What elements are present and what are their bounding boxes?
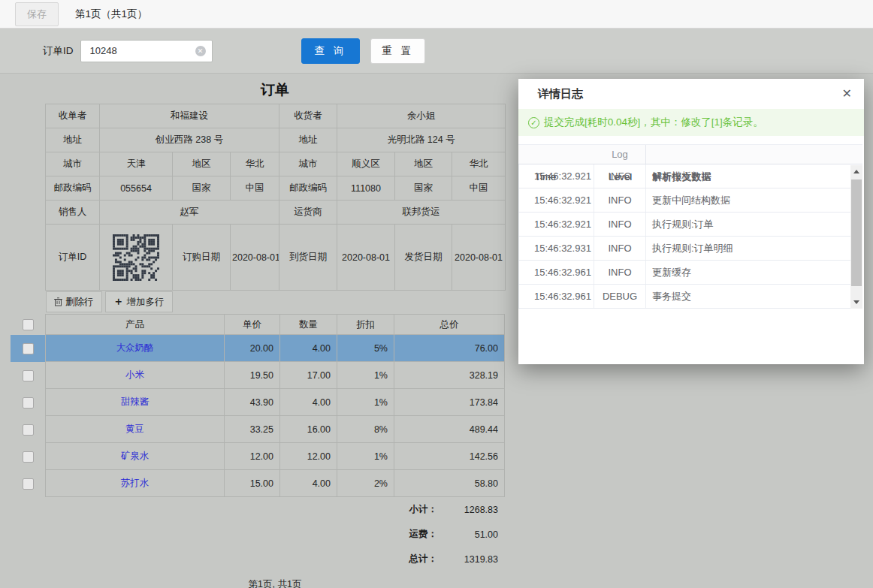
total-cell: 328.19 (394, 362, 505, 389)
field-value: 中国 (231, 176, 279, 201)
log-message: 执行规则:订单明细 (646, 237, 850, 260)
field-label: 运货商 (279, 201, 337, 225)
field-value: 华北 (231, 152, 279, 176)
field-value: 中国 (452, 176, 506, 201)
product-link[interactable]: 矿泉水 (121, 450, 150, 463)
product-link[interactable]: 甜辣酱 (121, 396, 150, 409)
col-header-total: 总价 (394, 314, 505, 335)
order-info-table: 收单者 和福建设 收货者 余小姐 地址 创业西路 238 号 地址 光明北路 1… (45, 104, 506, 291)
log-level: INFO Level (594, 164, 646, 188)
info-row-orderid-dates: 订单ID 订购日期 2020-08-01 到货日期 2020-08-01 发货日… (46, 225, 506, 291)
add-rows-label: 增加多行 (127, 296, 165, 309)
field-label: 国家 (395, 176, 452, 201)
field-value: 余小姐 (337, 104, 506, 128)
field-label: 邮政编码 (279, 176, 337, 201)
qty-cell: 17.00 (280, 362, 337, 389)
log-row: 15:46:32.921 INFO 执行规则:订单 (518, 213, 850, 237)
product-cell: 甜辣酱 (45, 389, 225, 416)
bottom-pagination: 第1页, 共1页 (45, 578, 505, 588)
scrollbar-thumb[interactable] (851, 179, 862, 286)
field-value: 111080 (337, 176, 395, 201)
field-label: 销售人 (46, 201, 100, 225)
product-cell: 大众奶酪 (45, 335, 225, 362)
order-form-title: 订单 (45, 80, 505, 100)
log-message: 更新缓存 (646, 261, 850, 284)
total-cell: 173.84 (394, 389, 505, 416)
row-checkbox[interactable] (23, 370, 34, 381)
discount-cell: 1% (337, 389, 394, 416)
close-icon[interactable]: ✕ (842, 88, 852, 100)
log-level: INFO (594, 213, 646, 236)
freight-row: 运费： 51.00 (45, 522, 505, 547)
field-value: 2020-08-01 (337, 225, 395, 291)
price-cell: 19.50 (225, 362, 280, 389)
field-value: 055654 (100, 176, 173, 201)
add-rows-button[interactable]: ＋ 增加多行 (105, 291, 173, 312)
success-message: 提交完成[耗时0.04秒]，其中：修改了[1]条记录。 (544, 116, 763, 129)
query-button[interactable]: 查 询 (301, 38, 361, 64)
log-column-header: Log (594, 145, 646, 164)
delete-row-button[interactable]: 删除行 (46, 291, 102, 312)
product-table: 产品 单价 数量 折扣 总价 大众奶酪 20.00 4.00 5% 76.00 … (11, 314, 505, 497)
qty-cell: 16.00 (280, 416, 337, 443)
row-checkbox[interactable] (23, 451, 34, 463)
log-row: 15:46:32.921 INFO 更新中间结构数据 (518, 188, 850, 213)
product-cell: 黄豆 (45, 416, 225, 443)
qty-cell: 4.00 (280, 389, 337, 416)
field-label: 到货日期 (279, 225, 337, 291)
col-header-qty: 数量 (280, 314, 337, 335)
log-message: 执行规则:订单 (646, 213, 850, 236)
log-scrollbar[interactable] (850, 165, 862, 309)
info-row-address: 地址 创业西路 238 号 地址 光明北路 124 号 (46, 128, 506, 152)
product-cell: 苏打水 (45, 470, 225, 497)
field-value: 和福建设 (100, 104, 279, 128)
reset-button[interactable]: 重 置 (370, 38, 425, 64)
info-row-consignee: 收单者 和福建设 收货者 余小姐 (46, 104, 506, 128)
log-message-ghost: 解析报文数据 (653, 170, 711, 183)
field-value: 光明北路 124 号 (337, 128, 506, 152)
row-checkbox[interactable] (23, 397, 34, 409)
log-message: 解析模板数据 解析报文数据 (646, 164, 850, 188)
log-time: 15:46:32.921 (518, 213, 594, 236)
product-link[interactable]: 大众奶酪 (116, 342, 154, 354)
log-table: Log 15:46:32.921 Time INFO Level 解析模板数据 … (518, 144, 862, 309)
price-cell: 12.00 (225, 443, 280, 470)
totals-section: 小计： 1268.83 运费： 51.00 总计： 1319.83 (45, 497, 505, 571)
field-label: 收货者 (279, 104, 337, 128)
order-id-input[interactable] (80, 40, 213, 62)
select-all-checkbox[interactable] (23, 319, 34, 330)
field-value: 赵军 (100, 201, 279, 225)
qty-cell: 4.00 (280, 470, 337, 497)
field-label: 订单ID (46, 225, 100, 291)
field-value: 创业西路 238 号 (100, 128, 279, 152)
field-label: 地区 (395, 152, 452, 176)
log-row: 15:46:32.961 DEBUG 事务提交 (518, 285, 850, 309)
log-message: 更新中间结构数据 (646, 188, 850, 212)
product-cell: 矿泉水 (45, 443, 225, 470)
grand-total-row: 总计： 1319.83 (45, 547, 505, 571)
scroll-up-button[interactable] (850, 165, 862, 178)
save-button[interactable]: 保存 (15, 2, 59, 26)
log-level-ghost: Level (595, 171, 646, 182)
log-time: 15:46:32.931 (518, 237, 594, 260)
row-checkbox[interactable] (23, 343, 34, 354)
qty-cell: 12.00 (280, 443, 337, 470)
product-link[interactable]: 小米 (125, 369, 144, 381)
total-cell: 58.80 (394, 470, 505, 497)
row-checkbox[interactable] (23, 424, 34, 436)
price-cell: 33.25 (225, 416, 280, 443)
log-table-header: Log (518, 144, 862, 164)
row-checkbox[interactable] (23, 478, 34, 490)
product-link[interactable]: 黄豆 (125, 423, 144, 436)
scroll-down-button[interactable] (850, 296, 862, 309)
qty-cell: 4.00 (280, 335, 337, 362)
info-row-city: 城市 天津 地区 华北 城市 顺义区 地区 华北 (46, 152, 506, 176)
product-link[interactable]: 苏打水 (121, 477, 150, 490)
field-value: 天津 (100, 152, 173, 176)
field-label: 收单者 (46, 104, 100, 128)
field-label: 城市 (46, 152, 100, 176)
clear-input-icon[interactable]: ✕ (195, 46, 206, 56)
log-time: 15:46:32.961 (518, 285, 594, 308)
search-bar: 订单ID ✕ 查 询 重 置 (0, 29, 873, 74)
success-alert: ✓ 提交完成[耗时0.04秒]，其中：修改了[1]条记录。 (518, 109, 864, 136)
